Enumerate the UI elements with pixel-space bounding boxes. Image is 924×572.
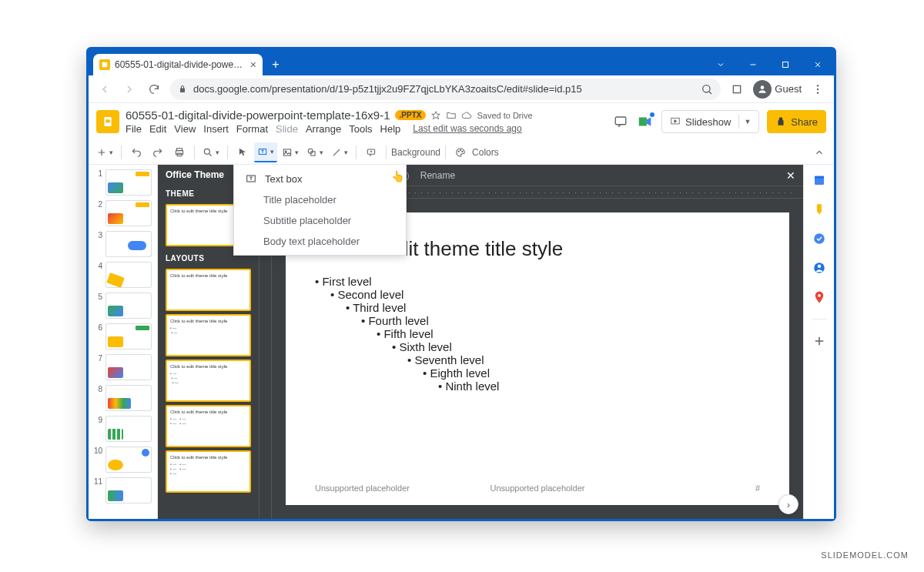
shape-tool-icon[interactable]: ▾ <box>303 142 326 162</box>
browser-tab[interactable]: 60555-01-digital-divide-powerpo × <box>93 54 263 75</box>
image-tool-icon[interactable]: ▾ <box>279 142 302 162</box>
maps-icon[interactable] <box>812 289 827 305</box>
kebab-icon[interactable] <box>809 81 826 98</box>
slide-thumb[interactable] <box>105 477 152 503</box>
caret-down-icon[interactable] <box>705 54 737 75</box>
last-edit[interactable]: Last edit was seconds ago <box>413 123 521 135</box>
comments-icon[interactable] <box>612 113 629 130</box>
slide-thumb[interactable] <box>105 231 152 257</box>
menu-file[interactable]: File <box>126 123 142 135</box>
slide-thumb[interactable] <box>105 262 152 288</box>
back-icon[interactable] <box>96 81 113 98</box>
body-level[interactable]: Third level <box>346 301 760 314</box>
thumb-row[interactable]: 8 <box>92 385 154 411</box>
forward-icon[interactable] <box>121 81 138 98</box>
dropdown-item-textbox[interactable]: Text box <box>234 168 406 189</box>
thumb-row[interactable]: 4 <box>92 262 154 288</box>
thumb-row[interactable]: 2 <box>92 200 154 226</box>
menu-tools[interactable]: Tools <box>349 123 372 135</box>
minimize-icon[interactable] <box>737 54 769 75</box>
layout-thumb[interactable]: Click to edit theme title style• — • — •… <box>166 360 251 402</box>
new-slide-button[interactable]: ▾ <box>93 142 116 162</box>
tab-close-icon[interactable]: × <box>250 59 256 71</box>
select-tool-icon[interactable] <box>233 142 253 162</box>
zoom-icon[interactable]: ▾ <box>199 142 223 162</box>
slide-thumb[interactable] <box>105 354 152 380</box>
menu-arrange[interactable]: Arrange <box>306 123 341 135</box>
keep-icon[interactable] <box>812 202 827 217</box>
profile-chip[interactable]: Guest <box>753 80 802 99</box>
master-slide[interactable]: Click to edit theme title style First le… <box>286 212 789 505</box>
layout-thumb[interactable]: Click to edit theme title style• — • — <box>166 314 251 356</box>
explore-button[interactable]: › <box>778 494 798 514</box>
address-input[interactable]: docs.google.com/presentation/d/19-p5z1tj… <box>170 79 721 100</box>
colors-button[interactable]: Colors <box>472 147 499 158</box>
comment-tool-icon[interactable] <box>361 142 381 162</box>
thumb-row[interactable]: 7 <box>92 354 154 380</box>
slide-thumb[interactable] <box>105 416 152 442</box>
body-level[interactable]: Fifth level <box>377 327 760 340</box>
close-window-icon[interactable] <box>802 54 834 75</box>
share-button[interactable]: Share <box>767 110 826 133</box>
print-icon[interactable] <box>169 142 189 162</box>
reader-icon[interactable] <box>728 81 745 98</box>
body-level[interactable]: Seventh level <box>407 353 760 366</box>
body-level[interactable]: Eighth level <box>423 366 760 380</box>
thumb-row[interactable]: 3 <box>92 231 154 257</box>
thumb-row[interactable]: 6 <box>92 323 154 350</box>
layout-thumb[interactable]: Click to edit theme title style• — • —• … <box>166 405 251 447</box>
slideshow-button[interactable]: Slideshow ▼ <box>661 110 759 133</box>
meet-icon[interactable] <box>637 113 654 130</box>
dropdown-item-body[interactable]: Body text placeholder <box>234 231 406 252</box>
menu-insert[interactable]: Insert <box>203 123 229 135</box>
slide-thumb[interactable] <box>105 447 152 473</box>
collapse-toolbar-icon[interactable] <box>809 142 829 162</box>
thumb-row[interactable]: 9 <box>92 416 154 442</box>
redo-icon[interactable] <box>148 142 168 162</box>
thumb-row[interactable]: 1 <box>92 169 154 196</box>
move-icon[interactable] <box>446 110 457 121</box>
maximize-icon[interactable] <box>769 54 802 75</box>
line-tool-icon[interactable]: ▾ <box>328 142 351 162</box>
background-button[interactable]: Background <box>391 147 440 158</box>
thumb-row[interactable]: 5 <box>92 293 154 319</box>
rename-button[interactable]: Rename <box>420 170 455 181</box>
star-icon[interactable] <box>430 110 441 121</box>
thumb-row[interactable]: 11 <box>92 477 154 503</box>
dropdown-item-subtitle[interactable]: Subtitle placeholder <box>234 210 406 231</box>
body-level[interactable]: First level <box>315 275 760 288</box>
menu-help[interactable]: Help <box>380 123 401 135</box>
search-icon[interactable] <box>701 83 713 95</box>
calendar-icon[interactable] <box>812 172 827 188</box>
menu-edit[interactable]: Edit <box>149 123 166 135</box>
body-level[interactable]: Sixth level <box>392 340 760 353</box>
menu-slide[interactable]: Slide <box>276 123 298 135</box>
body-level[interactable]: Second level <box>330 288 760 301</box>
new-tab-button[interactable]: + <box>267 56 284 73</box>
menu-format[interactable]: Format <box>236 123 268 135</box>
contacts-icon[interactable] <box>812 260 827 276</box>
close-theme-icon[interactable]: ✕ <box>786 169 795 182</box>
tasks-icon[interactable] <box>812 231 827 246</box>
slides-logo[interactable] <box>96 110 119 133</box>
slide-thumb[interactable] <box>105 385 152 411</box>
layout-thumb[interactable]: Click to edit theme title style <box>166 269 251 311</box>
dropdown-label: Text box <box>265 173 302 185</box>
slide-thumb[interactable] <box>105 169 152 196</box>
reload-icon[interactable] <box>146 81 162 98</box>
filmstrip[interactable]: 1 2 3 4 5 6 7 8 9 10 11 <box>89 165 158 519</box>
body-level[interactable]: Fourth level <box>361 314 760 327</box>
chevron-down-icon[interactable]: ▼ <box>744 118 751 125</box>
body-level[interactable]: Ninth level <box>438 380 760 393</box>
layout-thumb[interactable]: Click to edit theme title style• — • —• … <box>166 450 251 493</box>
add-addon-icon[interactable] <box>812 333 827 349</box>
doc-title[interactable]: 60555-01-digital-divide-powerpoint-templ… <box>126 109 390 122</box>
slide-thumb[interactable] <box>105 293 152 319</box>
textbox-tool-icon[interactable]: ▾ <box>254 142 277 162</box>
menu-view[interactable]: View <box>174 123 196 135</box>
dropdown-item-title[interactable]: Title placeholder <box>234 189 406 210</box>
undo-icon[interactable] <box>126 142 146 162</box>
slide-thumb[interactable] <box>105 200 152 226</box>
thumb-row[interactable]: 10 <box>92 447 154 473</box>
slide-thumb[interactable] <box>105 323 152 350</box>
